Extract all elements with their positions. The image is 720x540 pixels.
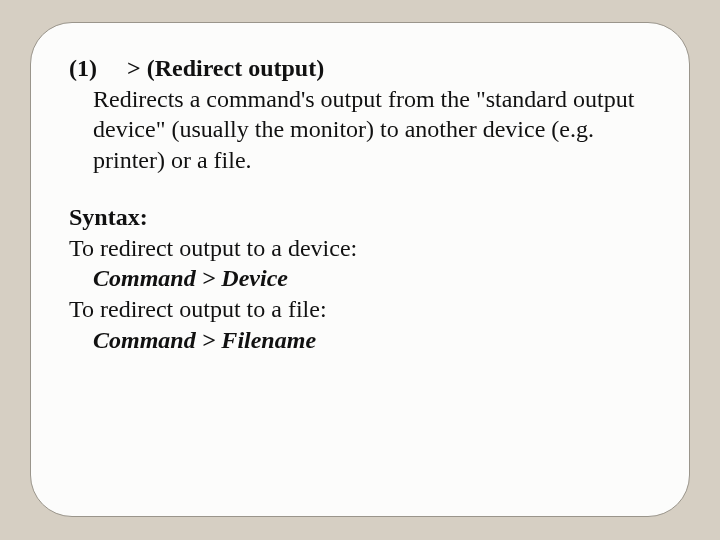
item-title: > (Redirect output)	[127, 55, 324, 81]
syntax-device-command: Command > Device	[93, 263, 651, 294]
syntax-label: Syntax:	[69, 202, 651, 233]
syntax-file-text: To redirect output to a file:	[69, 294, 651, 325]
heading-row: (1) > (Redirect output)	[69, 53, 651, 84]
syntax-device-text: To redirect output to a device:	[69, 233, 651, 264]
item-description: Redirects a command's output from the "s…	[93, 84, 651, 176]
slide-content: (1) > (Redirect output) Redirects a comm…	[69, 53, 651, 355]
slide-card: (1) > (Redirect output) Redirects a comm…	[30, 22, 690, 517]
heading-gap	[97, 55, 127, 81]
section-spacer	[69, 176, 651, 202]
item-index: (1)	[69, 55, 97, 81]
syntax-file-command: Command > Filename	[93, 325, 651, 356]
